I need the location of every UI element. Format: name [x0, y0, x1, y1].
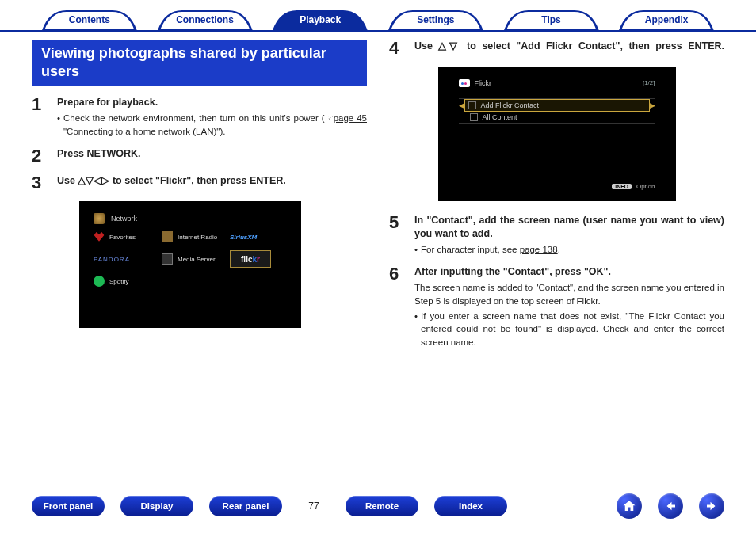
net-item-internet-radio: Internet Radio: [162, 231, 219, 242]
flickr-icon: [459, 79, 470, 87]
step-6: 6 After inputting the "Contact", press "…: [389, 265, 724, 348]
step-heading: Press NETWORK.: [57, 147, 367, 161]
tab-tips[interactable]: Tips: [494, 10, 609, 30]
info-badge: INFO: [612, 184, 632, 189]
step-number: 2: [32, 147, 49, 165]
arrow-left-icon: [663, 499, 678, 513]
step-body-text: The screen name is added to "Contact", a…: [414, 281, 724, 307]
step-1: 1 Prepare for playback. Check the networ…: [32, 96, 367, 138]
step-2: 2 Press NETWORK.: [32, 147, 367, 165]
net-item-media-server: Media Server: [162, 250, 219, 268]
net-item-pandora: PANDORA: [94, 250, 151, 268]
tab-playback[interactable]: Playback: [262, 10, 378, 30]
right-arrow-icon: ▶: [650, 101, 655, 109]
page-number: 77: [298, 501, 330, 512]
step-number: 3: [32, 174, 49, 192]
step-heading: Use △▽◁▷ to select "Flickr", then press …: [57, 174, 367, 188]
bullet-text: .: [558, 245, 560, 254]
folder-icon: [470, 113, 478, 121]
tab-connections[interactable]: Connections: [147, 10, 263, 30]
shot2-title-text: Flickr: [475, 79, 492, 87]
step-3: 3 Use △▽◁▷ to select "Flickr", then pres…: [32, 174, 367, 192]
bullet-text: For character input, see: [421, 245, 520, 254]
step-heading: In "Contact", add the screen name (user …: [414, 214, 724, 241]
heart-icon: [94, 231, 105, 242]
step-number: 5: [389, 214, 407, 256]
step-number: 6: [389, 265, 407, 348]
tab-contents[interactable]: Contents: [32, 10, 147, 30]
page-45-link[interactable]: page 45: [334, 113, 367, 123]
bullet-text: If you enter a screen name that does not…: [421, 310, 724, 349]
next-button[interactable]: [699, 493, 724, 519]
updown-icon: △▽: [438, 40, 460, 51]
front-panel-button[interactable]: Front panel: [32, 496, 105, 516]
left-arrow-icon: ◀: [459, 101, 464, 109]
globe-icon: [94, 213, 105, 224]
shot-title: Network: [111, 215, 137, 223]
flickr-screenshot: Flickr [1/2] ◀ Add Flickr Contact ▶: [438, 67, 676, 201]
page-138-link[interactable]: page 138: [520, 245, 558, 254]
dpad-icon: △▽◁▷: [78, 175, 109, 186]
tab-appendix[interactable]: Appendix: [609, 10, 724, 30]
rear-panel-button[interactable]: Rear panel: [209, 496, 282, 516]
home-icon: [622, 499, 636, 513]
tab-settings[interactable]: Settings: [378, 10, 494, 30]
home-button[interactable]: [617, 493, 642, 519]
prev-button[interactable]: [658, 493, 683, 519]
step-heading: Prepare for playback.: [57, 96, 367, 109]
remote-button[interactable]: Remote: [346, 496, 418, 516]
hand-icon: ☞: [325, 113, 334, 123]
page-body: Viewing photographs shared by particular…: [0, 32, 756, 359]
network-screenshot: Network Favorites Internet Radio SiriusX…: [79, 201, 301, 328]
top-tab-nav: Contents Connections Playback Settings T…: [0, 0, 756, 32]
radio-icon: [162, 231, 173, 242]
net-item-favorites: Favorites: [94, 231, 151, 242]
spotify-icon: [94, 276, 105, 287]
section-title: Viewing photographs shared by particular…: [32, 40, 367, 86]
left-column: Viewing photographs shared by particular…: [32, 40, 367, 359]
step-bullet: If you enter a screen name that does not…: [414, 310, 724, 349]
bottom-nav: Front panel Display Rear panel 77 Remote…: [0, 493, 756, 519]
step-heading: After inputting the "Contact", press "OK…: [414, 265, 724, 279]
shot2-row-all-content: All Content: [459, 112, 655, 123]
flickr-tile: flickr: [230, 250, 271, 268]
step-number: 4: [389, 40, 407, 57]
step-5: 5 In "Contact", add the screen name (use…: [389, 214, 724, 256]
step-bullet: Check the network environment, then turn…: [57, 112, 367, 138]
net-item-siriusxm: SiriusXM: [230, 231, 287, 242]
shot2-option: INFO Option: [612, 183, 655, 190]
bullet-text: Check the network environment, then turn…: [63, 113, 325, 123]
step-number: 1: [32, 96, 49, 138]
folder-icon: [468, 101, 476, 109]
step-bullet: For character input, see page 138.: [414, 243, 724, 257]
net-item-flickr: flickr: [230, 250, 287, 268]
step-4: 4 Use △▽ to select "Add Flickr Contact",…: [389, 40, 724, 57]
index-button[interactable]: Index: [434, 496, 507, 516]
net-item-spotify: Spotify: [94, 276, 151, 287]
display-button[interactable]: Display: [120, 496, 193, 516]
step-heading: Use △▽ to select "Add Flickr Contact", t…: [414, 40, 724, 53]
shot2-row-add-contact: Add Flickr Contact: [464, 99, 650, 112]
server-icon: [162, 253, 173, 265]
right-column: 4 Use △▽ to select "Add Flickr Contact",…: [389, 40, 724, 359]
arrow-right-icon: [704, 499, 719, 513]
bullet-text: "Connecting to a home network (LAN)").: [63, 127, 225, 136]
shot2-count: [1/2]: [643, 79, 655, 86]
